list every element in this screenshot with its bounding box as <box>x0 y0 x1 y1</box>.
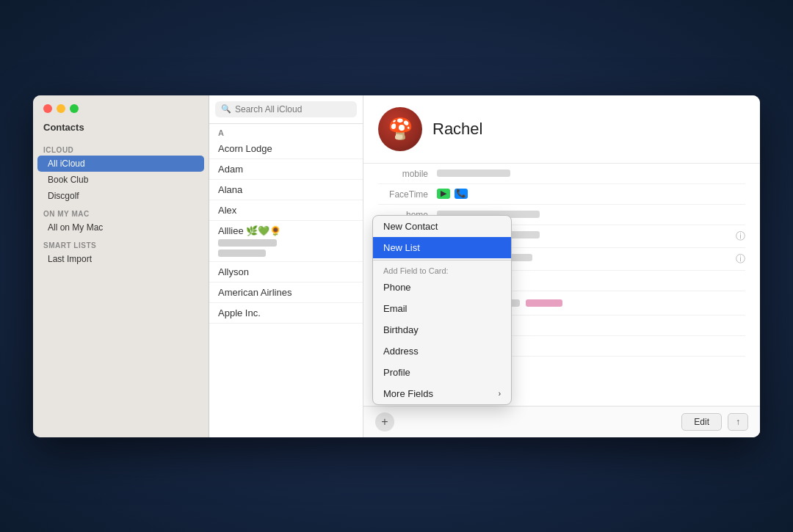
facetime-phone-icon[interactable]: 📞 <box>455 189 468 199</box>
menu-separator <box>373 260 511 260</box>
contact-item-adam[interactable]: Adam <box>209 159 363 180</box>
minimize-button[interactable] <box>57 104 65 113</box>
more-fields-label: More Fields <box>383 388 433 399</box>
maximize-button[interactable] <box>70 104 79 113</box>
birthday-label: Birthday <box>383 324 419 335</box>
detail-footer: + New Contact New List Add Field to Card… <box>363 406 760 437</box>
mobile-blur <box>437 170 510 177</box>
edit-button[interactable]: Edit <box>681 413 722 431</box>
sidebar-title: Contacts <box>33 119 209 140</box>
sidebar: Contacts iCloud All iCloud Book Club Dis… <box>33 95 209 437</box>
contact-item-allyson[interactable]: Allyson <box>209 262 363 283</box>
contact-item-american-airlines[interactable]: American Airlines <box>209 283 363 303</box>
related-blur-2 <box>526 299 562 307</box>
menu-section-add-field: Add Field to Card: <box>373 262 511 277</box>
avatar-emoji: 🍄 <box>388 117 413 141</box>
detail-row-mobile: mobile <box>378 164 745 184</box>
dropdown-menu: New Contact New List Add Field to Card: … <box>372 215 512 405</box>
detail-header: 🍄 Rachel <box>363 95 760 164</box>
contact-blur-line-2 <box>218 249 266 257</box>
sidebar-section-icloud: iCloud <box>33 140 209 156</box>
contact-item-alex[interactable]: Alex <box>209 200 363 221</box>
menu-item-email[interactable]: Email <box>373 298 511 319</box>
window-controls <box>33 95 209 119</box>
avatar: 🍄 <box>378 107 422 151</box>
contact-item-apple-inc[interactable]: Apple Inc. <box>209 303 363 324</box>
contact-blur-line-1 <box>218 239 277 247</box>
sidebar-section-on-my-mac: On My Mac <box>33 204 209 219</box>
new-contact-label: New Contact <box>383 221 438 232</box>
menu-item-profile[interactable]: Profile <box>373 362 511 383</box>
facetime-video-icon[interactable]: ▶ <box>437 189 450 199</box>
menu-item-address[interactable]: Address <box>373 340 511 362</box>
detail-pane: 🍄 Rachel mobile FaceTime ▶ 📞 <box>363 95 760 437</box>
mobile-value <box>437 168 745 178</box>
menu-item-new-list[interactable]: New List <box>373 237 511 258</box>
more-fields-arrow-icon: › <box>499 390 501 398</box>
contact-name-header: Rachel <box>432 120 482 139</box>
close-button[interactable] <box>43 104 52 113</box>
search-icon: 🔍 <box>221 104 231 114</box>
sidebar-item-last-import[interactable]: Last Import <box>37 251 204 267</box>
email-label: Email <box>383 303 408 314</box>
mobile-label: mobile <box>378 168 437 179</box>
contact-item-alana[interactable]: Alana <box>209 180 363 200</box>
address-label: Address <box>383 346 419 357</box>
main-window: Contacts iCloud All iCloud Book Club Dis… <box>33 95 760 437</box>
phone-label: Phone <box>383 282 411 293</box>
new-list-label: New List <box>383 242 420 253</box>
search-input[interactable] <box>235 104 351 114</box>
search-bar: 🔍 <box>209 95 363 124</box>
detail-row-facetime: FaceTime ▶ 📞 <box>378 184 745 205</box>
contact-item-acorn-lodge[interactable]: Acorn Lodge <box>209 139 363 159</box>
contact-item-allliee[interactable]: Allliee 🌿💚🌻 <box>209 221 363 262</box>
sidebar-item-discgolf[interactable]: Discgolf <box>37 188 204 204</box>
menu-item-phone[interactable]: Phone <box>373 277 511 298</box>
facetime-label: FaceTime <box>378 189 437 200</box>
contacts-list: 🔍 A Acorn Lodge Adam Alana Alex Allliee … <box>209 95 363 437</box>
contacts-section-a: A <box>209 124 363 139</box>
sidebar-item-book-club[interactable]: Book Club <box>37 172 204 188</box>
info-icon-2[interactable]: ⓘ <box>736 252 745 266</box>
sidebar-item-all-icloud[interactable]: All iCloud <box>37 156 204 172</box>
profile-label: Profile <box>383 367 410 378</box>
menu-item-more-fields[interactable]: More Fields › <box>373 383 511 404</box>
sidebar-section-smart-lists: Smart Lists <box>33 236 209 251</box>
sidebar-item-all-on-my-mac[interactable]: All on My Mac <box>37 219 204 236</box>
menu-item-new-contact[interactable]: New Contact <box>373 216 511 237</box>
share-button[interactable]: ↑ <box>728 413 748 431</box>
contact-name-allliee: Allliee 🌿💚🌻 <box>218 225 354 236</box>
info-icon-1[interactable]: ⓘ <box>736 230 745 243</box>
search-input-wrap: 🔍 <box>215 101 357 117</box>
menu-item-birthday[interactable]: Birthday <box>373 319 511 340</box>
add-button[interactable]: + <box>375 412 394 431</box>
facetime-value: ▶ 📞 <box>437 189 745 199</box>
